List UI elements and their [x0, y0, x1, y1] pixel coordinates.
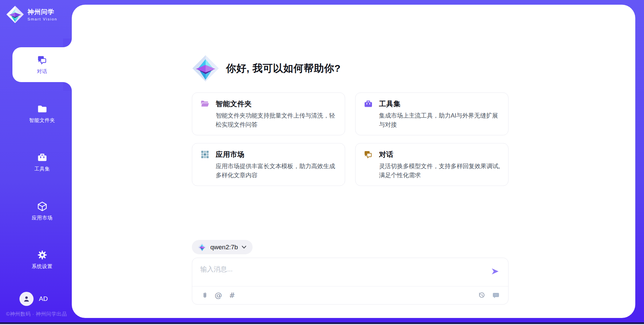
sidebar-item-label: 对话 [37, 68, 47, 75]
sidebar-footer-text: ©神州数码 · 神州问学出品 [6, 311, 67, 317]
hash-icon: # [229, 292, 235, 299]
assistant-logo-icon [192, 55, 219, 82]
card-title: 工具集 [379, 99, 401, 109]
feature-card-app-market[interactable]: 应用市场 应用市场提供丰富长文本模板，助力高效生成多样化文章内容 [192, 143, 345, 186]
quick-chat-icon [492, 291, 500, 299]
brand-subtitle: Smart Vision [28, 17, 57, 21]
chat-bubbles-icon [364, 150, 373, 159]
topic-button[interactable]: # [228, 291, 236, 300]
quick-chat-button[interactable] [491, 291, 500, 300]
toolbox-icon [37, 152, 48, 163]
tab-curve-top [63, 39, 72, 47]
sidebar-item-label: 工具集 [34, 166, 50, 172]
brand[interactable]: 神州问学 Smart Vision [6, 5, 57, 23]
model-selector[interactable]: qwen2:7b [192, 240, 253, 254]
message-input[interactable] [192, 258, 477, 285]
card-description: 集成市场上主流工具，助力AI与外界无缝扩展与对接 [379, 111, 501, 129]
brand-diamond-icon [198, 243, 207, 252]
feature-card-chat[interactable]: 对话 灵活切换多模型文件，支持多样回复效果调试, 满足个性化需求 [355, 143, 508, 186]
at-icon: @ [215, 292, 222, 299]
chevron-down-icon [241, 246, 247, 249]
model-name: qwen2:7b [210, 244, 238, 251]
sidebar-item-label: 系统设置 [32, 263, 53, 270]
card-title: 对话 [379, 150, 393, 159]
brand-logo-icon [6, 5, 24, 23]
person-avatar-icon [22, 295, 31, 303]
card-title: 智能文件夹 [216, 99, 252, 109]
card-description: 灵活切换多模型文件，支持多样回复效果调试, 满足个性化需求 [379, 162, 501, 180]
app-window: 神州问学 Smart Vision 对话 智能文件夹 [0, 0, 644, 325]
user-initials: AD [39, 295, 48, 303]
sidebar-item-chat[interactable]: 对话 [12, 47, 72, 82]
send-button[interactable] [490, 267, 500, 277]
history-button[interactable] [477, 291, 486, 300]
card-description: 智能文件夹功能支持批量文件上传与清洗，轻松实现文件问答 [216, 111, 337, 129]
open-folder-icon [200, 99, 210, 109]
sidebar-item-smart-folder[interactable]: 智能文件夹 [12, 96, 72, 131]
sidebar-item-toolset[interactable]: 工具集 [12, 145, 72, 180]
brand-name: 神州问学 [28, 8, 57, 16]
greeting-title: 你好, 我可以如何帮助你? [226, 62, 341, 75]
sidebar-item-label: 智能文件夹 [29, 117, 55, 124]
message-composer: @ # [192, 258, 508, 305]
send-arrow-icon [491, 267, 499, 276]
main-panel: 你好, 我可以如何帮助你? 智能文件夹 智能文件夹功能支持批量文件上传与清洗，轻… [72, 5, 635, 318]
user-profile[interactable]: AD [19, 292, 48, 306]
attach-file-button[interactable] [200, 291, 209, 300]
sidebar-item-label: 应用市场 [32, 215, 53, 221]
feature-card-toolset[interactable]: 工具集 集成市场上主流工具，助力AI与外界无缝扩展与对接 [355, 92, 508, 135]
greeting: 你好, 我可以如何帮助你? [192, 55, 341, 82]
card-title: 应用市场 [216, 150, 245, 159]
grid-icon [200, 150, 210, 159]
sidebar-item-app-market[interactable]: 应用市场 [12, 194, 72, 229]
feature-cards: 智能文件夹 智能文件夹功能支持批量文件上传与清洗，轻松实现文件问答 工具集 [192, 92, 508, 186]
gear-icon [37, 250, 48, 260]
avatar [19, 292, 34, 306]
sidebar: 神州问学 Smart Vision 对话 智能文件夹 [0, 0, 72, 325]
toolbox-icon [364, 99, 373, 109]
sidebar-item-settings[interactable]: 系统设置 [12, 242, 72, 277]
cube-icon [37, 201, 48, 212]
mention-button[interactable]: @ [214, 291, 223, 300]
card-description: 应用市场提供丰富长文本模板，助力高效生成多样化文章内容 [216, 162, 337, 180]
history-icon [478, 291, 486, 299]
folder-icon [37, 104, 48, 114]
feature-card-smart-folder[interactable]: 智能文件夹 智能文件夹功能支持批量文件上传与清洗，轻松实现文件问答 [192, 92, 345, 135]
tab-curve-bottom [63, 82, 72, 91]
paperclip-icon [201, 291, 209, 299]
chat-bubbles-icon [37, 55, 48, 65]
